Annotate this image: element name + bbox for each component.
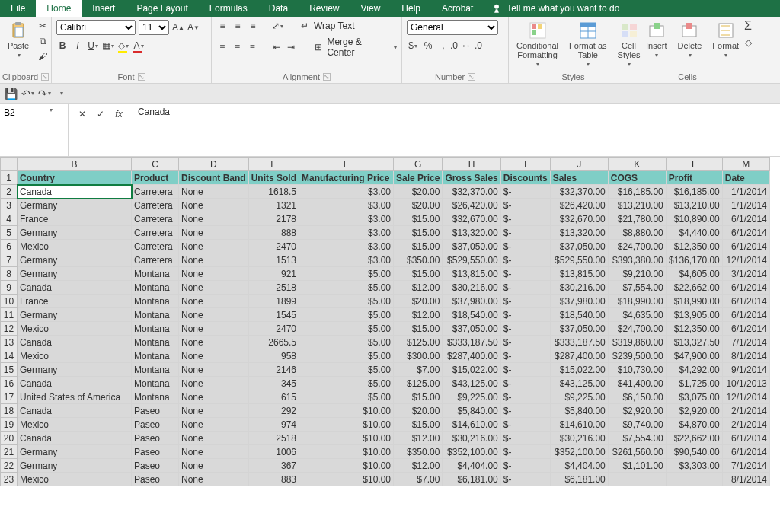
cell[interactable]: $5.00 (299, 336, 394, 349)
select-all-corner[interactable] (1, 158, 18, 171)
cell[interactable]: $10,730.00 (608, 363, 666, 377)
cell[interactable]: 883 (248, 473, 299, 486)
cell[interactable]: $529,550.00 (550, 253, 608, 267)
cell[interactable]: $- (500, 267, 550, 281)
cell[interactable]: 2470 (248, 322, 299, 336)
cell[interactable]: $4,870.00 (666, 418, 722, 432)
cell[interactable]: 1006 (248, 445, 299, 459)
cell[interactable]: 9/1/2014 (722, 363, 769, 377)
cell[interactable]: Germany (18, 459, 132, 473)
cell[interactable]: 1/1/2014 (722, 185, 769, 199)
cell[interactable]: 2/1/2014 (722, 418, 769, 432)
cell[interactable]: $43,125.00 (443, 377, 500, 390)
cell[interactable]: $30,216.00 (550, 281, 608, 295)
cell[interactable]: Carretera (132, 226, 179, 240)
row-header[interactable]: 13 (1, 336, 18, 349)
cell[interactable]: $125.00 (394, 336, 443, 349)
cell[interactable]: None (179, 336, 249, 349)
cell[interactable]: $37,050.00 (550, 322, 608, 336)
cell[interactable]: None (179, 418, 249, 432)
cell[interactable]: $90,540.00 (666, 445, 722, 459)
row-header[interactable]: 3 (1, 199, 18, 212)
cell[interactable]: $350.00 (394, 253, 443, 267)
cell[interactable]: 6/1/2014 (722, 281, 769, 295)
cell[interactable]: Paseo (132, 432, 179, 445)
cell[interactable]: Montana (132, 377, 179, 390)
format-as-table-button[interactable]: Format as Table▾ (566, 20, 610, 69)
row-header[interactable]: 21 (1, 445, 18, 459)
cell[interactable]: $- (500, 185, 550, 199)
cell[interactable]: $15,022.00 (443, 363, 500, 377)
delete-cells-button[interactable]: Delete▾ (675, 20, 705, 60)
tab-file[interactable]: File (0, 0, 36, 17)
cell[interactable]: $5.00 (299, 349, 394, 363)
cell[interactable]: Germany (18, 308, 132, 322)
cell[interactable]: $4,635.00 (608, 308, 666, 322)
bold-button[interactable]: B (56, 40, 69, 52)
row-header[interactable]: 11 (1, 308, 18, 322)
cell[interactable]: None (179, 240, 249, 253)
paste-button[interactable]: Paste▾ (5, 20, 32, 60)
cell[interactable]: 958 (248, 349, 299, 363)
cell[interactable]: Carretera (132, 212, 179, 226)
row-header[interactable]: 14 (1, 349, 18, 363)
row-header[interactable]: 8 (1, 267, 18, 281)
cell[interactable]: Germany (18, 445, 132, 459)
cell[interactable]: Mexico (18, 349, 132, 363)
cell[interactable]: Germany (18, 363, 132, 377)
cell[interactable]: Mexico (18, 473, 132, 486)
cell[interactable]: $14,610.00 (550, 418, 608, 432)
cell[interactable]: $30,216.00 (550, 432, 608, 445)
cell[interactable]: 6/1/2014 (722, 295, 769, 308)
cell[interactable]: $21,780.00 (608, 212, 666, 226)
cell[interactable]: None (179, 226, 249, 240)
header-cell[interactable]: Discounts (500, 171, 550, 185)
cell[interactable]: United States of America (18, 390, 132, 404)
tab-page-layout[interactable]: Page Layout (126, 0, 198, 17)
header-cell[interactable]: Gross Sales (443, 171, 500, 185)
cell[interactable]: $13,320.00 (443, 226, 500, 240)
cell[interactable]: $3.00 (299, 199, 394, 212)
percent-button[interactable]: % (422, 40, 434, 52)
cell[interactable]: $9,225.00 (443, 390, 500, 404)
cell[interactable]: Canada (18, 336, 132, 349)
header-cell[interactable]: Product (132, 171, 179, 185)
increase-indent-icon[interactable]: ⇥ (285, 41, 297, 53)
cell[interactable]: $5.00 (299, 281, 394, 295)
cell[interactable]: 367 (248, 459, 299, 473)
cell[interactable]: $30,216.00 (443, 432, 500, 445)
row-header[interactable]: 7 (1, 253, 18, 267)
cell[interactable]: Paseo (132, 459, 179, 473)
cell[interactable]: $32,370.00 (550, 185, 608, 199)
spreadsheet-grid[interactable]: BCDEFGHIJKLM1CountryProductDiscount Band… (0, 157, 780, 532)
cell[interactable]: 2665.5 (248, 336, 299, 349)
cell[interactable]: $10,890.00 (666, 212, 722, 226)
cell[interactable]: 6/1/2014 (722, 212, 769, 226)
cell[interactable]: $41,400.00 (608, 377, 666, 390)
cell[interactable]: $3.00 (299, 212, 394, 226)
row-header[interactable]: 2 (1, 185, 18, 199)
cell[interactable]: $- (500, 349, 550, 363)
cell[interactable]: $30,216.00 (443, 281, 500, 295)
cell[interactable]: $12.00 (394, 432, 443, 445)
cell[interactable]: $5.00 (299, 322, 394, 336)
font-size-select[interactable]: 11 (139, 20, 169, 35)
cell[interactable]: 12/1/2014 (722, 253, 769, 267)
row-header[interactable]: 16 (1, 377, 18, 390)
cell[interactable]: $287,400.00 (443, 349, 500, 363)
align-middle-icon[interactable]: ≡ (232, 20, 244, 32)
cell[interactable]: None (179, 445, 249, 459)
cell[interactable]: $5.00 (299, 267, 394, 281)
cell[interactable]: None (179, 473, 249, 486)
cell[interactable]: $13,815.00 (443, 267, 500, 281)
cell[interactable]: $10.00 (299, 445, 394, 459)
header-cell[interactable]: Country (18, 171, 132, 185)
cell[interactable]: $10.00 (299, 432, 394, 445)
formula-input[interactable]: Canada (133, 104, 780, 156)
cell[interactable]: Carretera (132, 240, 179, 253)
col-header-I[interactable]: I (500, 158, 550, 171)
cell[interactable]: $6,181.00 (443, 473, 500, 486)
cell[interactable]: $10.00 (299, 418, 394, 432)
undo-icon[interactable]: ↶▾ (21, 88, 34, 100)
col-header-C[interactable]: C (132, 158, 179, 171)
